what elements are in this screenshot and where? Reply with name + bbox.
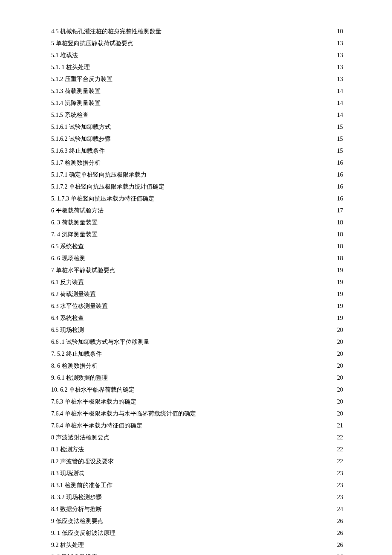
toc-label: 8.3.1 检测前的准备工作 <box>51 479 112 491</box>
toc-entry: 5 单桩竖向抗压静载荷试验要点13 <box>51 38 343 49</box>
toc-page: 19 <box>334 264 343 276</box>
toc-entry: 6.1 反力装置19 <box>51 276 343 288</box>
toc-label: 9. 1 低应变反射波法原理 <box>51 527 115 539</box>
toc-label: 5 单桩竖向抗压静载荷试验要点 <box>51 38 133 49</box>
toc-entry: 5.1.7 检测数据分析16 <box>51 157 343 169</box>
toc-label: 9 低应变法检测要点 <box>51 515 104 527</box>
toc-page: 17 <box>334 205 343 217</box>
toc-entry: 5.1.4 沉降测量装置14 <box>51 97 343 109</box>
toc-page: 26 <box>334 515 343 527</box>
toc-entry: 6. 6 现场检测18 <box>51 253 343 264</box>
toc-entry: 8.4 数据分析与推断24 <box>51 503 343 515</box>
toc-entry: 5.1.2 压重平台反力装置13 <box>51 73 343 85</box>
toc-label: 8.4 数据分析与推断 <box>51 503 102 515</box>
toc-label: 8 声波透射法检测要点 <box>51 432 110 444</box>
toc-entry: 6. 3 荷载测量装置18 <box>51 217 343 229</box>
toc-entry: 6.2 荷载测量装置19 <box>51 288 343 300</box>
toc-entry: 5. 1.7.3 单桩竖向抗压承载力特征值确定16 <box>51 193 343 205</box>
toc-page: 22 <box>334 456 343 468</box>
toc-page: 18 <box>334 241 343 253</box>
toc-label: 7. 5.2 终止加载条件 <box>51 348 102 360</box>
toc-entry: 7. 4 沉降测量装置18 <box>51 229 343 241</box>
toc-page: 22 <box>334 432 343 444</box>
toc-entry: 8.1 检测方法22 <box>51 444 343 456</box>
toc-label: 5.1.6.1 试验加卸载方式 <box>51 121 111 133</box>
toc-container: 4.5 机械钻孔灌注桩的桩身完整性检测数量105 单桩竖向抗压静载荷试验要点13… <box>51 26 343 555</box>
toc-page: 20 <box>334 408 343 420</box>
toc-page: 20 <box>334 336 343 348</box>
toc-label: 6. 6 现场检测 <box>51 253 86 264</box>
toc-label: 7.6.4 单桩水平极限承载力与水平临界荷载统计值的确定 <box>51 408 196 420</box>
toc-label: 6.2 荷载测量装置 <box>51 288 96 300</box>
toc-entry: 6.6 .1 试验加卸载方式与水平位移测量20 <box>51 336 343 348</box>
toc-page: 16 <box>334 181 343 193</box>
toc-label: 6.6 .1 试验加卸载方式与水平位移测量 <box>51 336 150 348</box>
toc-label: 5.1.5 系统检查 <box>51 109 89 121</box>
toc-entry: 9 低应变法检测要点26 <box>51 515 343 527</box>
toc-label: 8. 3.2 现场检测步骤 <box>51 491 102 503</box>
toc-page: 14 <box>334 109 343 121</box>
toc-page: 20 <box>334 360 343 372</box>
toc-label: 8. 6 检测数据分析 <box>51 360 98 372</box>
toc-page: 16 <box>334 193 343 205</box>
toc-page: 24 <box>334 503 343 515</box>
toc-page: 19 <box>334 312 343 324</box>
toc-page: 26 <box>334 539 343 551</box>
toc-label: 5.1.6.3 终止加载条件 <box>51 145 105 157</box>
toc-label: 6.5 系统检查 <box>51 241 84 253</box>
toc-label: 4.5 机械钻孔灌注桩的桩身完整性检测数量 <box>51 26 161 38</box>
toc-page: 26 <box>334 527 343 539</box>
toc-label: 8.2 声波管的埋设及要求 <box>51 456 114 468</box>
toc-entry: 5.1.6.3 终止加载条件15 <box>51 145 343 157</box>
toc-label: 5.1. 1 桩头处理 <box>51 61 90 73</box>
toc-label: 5.1.7.1 确定单桩竖向抗压极限承载力 <box>51 169 147 181</box>
toc-label: 6.4 系统检查 <box>51 312 84 324</box>
toc-entry: 5.1.5 系统检查14 <box>51 109 343 121</box>
toc-label: 5.1.7.2 单桩竖向抗压极限承载力统计值确定 <box>51 181 164 193</box>
toc-page: 20 <box>334 324 343 336</box>
toc-page: 16 <box>334 169 343 181</box>
toc-entry: 5.1.6.2 试验加卸载步骤15 <box>51 133 343 145</box>
toc-label: 6.5 现场检测 <box>51 324 84 336</box>
toc-entry: 10. 6.2 单桩水平临界荷载的确定20 <box>51 384 343 396</box>
toc-entry: 5.1.6.1 试验加卸载方式15 <box>51 121 343 133</box>
toc-label: 7. 4 沉降测量装置 <box>51 229 98 241</box>
toc-label: 6. 3 荷载测量装置 <box>51 217 98 229</box>
toc-page: 23 <box>334 468 343 479</box>
toc-page: 22 <box>334 444 343 456</box>
toc-page: 18 <box>334 217 343 229</box>
toc-page: 13 <box>334 38 343 49</box>
toc-entry: 7.6.4 单桩水平极限承载力与水平临界荷载统计值的确定20 <box>51 408 343 420</box>
toc-page: 21 <box>334 420 343 432</box>
toc-label: 8.3 现场测试 <box>51 468 84 479</box>
toc-label: 5.1.3 荷载测量装置 <box>51 85 101 97</box>
toc-entry: 7 单桩水平静载试验要点19 <box>51 264 343 276</box>
toc-entry: 7.6.4 单桩水平承载力特征值的确定21 <box>51 420 343 432</box>
toc-page: 14 <box>334 85 343 97</box>
toc-entry: 6 平板载荷试验方法17 <box>51 205 343 217</box>
toc-page: 18 <box>334 253 343 264</box>
toc-label: 6.1 反力装置 <box>51 276 84 288</box>
toc-label: 10. 6.2 单桩水平临界荷载的确定 <box>51 384 135 396</box>
toc-page: 18 <box>334 229 343 241</box>
toc-entry: 9 .3 测试参数设定26 <box>51 551 343 555</box>
toc-page: 16 <box>334 157 343 169</box>
toc-entry: 5.1.7.1 确定单桩竖向抗压极限承载力16 <box>51 169 343 181</box>
toc-entry: 5.1.3 荷载测量装置14 <box>51 85 343 97</box>
toc-entry: 9. 1 低应变反射波法原理26 <box>51 527 343 539</box>
toc-entry: 7.6.3 单桩水平极限承载力的确定20 <box>51 396 343 408</box>
toc-label: 5.1.4 沉降测量装置 <box>51 97 101 109</box>
toc-page: 23 <box>334 491 343 503</box>
toc-entry: 8.3 现场测试23 <box>51 468 343 479</box>
toc-label: 9 .3 测试参数设定 <box>51 551 98 555</box>
toc-entry: 5.1 堆载法13 <box>51 49 343 61</box>
toc-page: 13 <box>334 73 343 85</box>
toc-entry: 6.5 现场检测20 <box>51 324 343 336</box>
toc-entry: 9. 6.1 检测数据的整理20 <box>51 372 343 384</box>
toc-label: 9.2 桩头处理 <box>51 539 84 551</box>
toc-entry: 8.3.1 检测前的准备工作23 <box>51 479 343 491</box>
toc-label: 9. 6.1 检测数据的整理 <box>51 372 108 384</box>
toc-page: 20 <box>334 348 343 360</box>
toc-page: 19 <box>334 300 343 312</box>
toc-label: 7.6.3 单桩水平极限承载力的确定 <box>51 396 136 408</box>
